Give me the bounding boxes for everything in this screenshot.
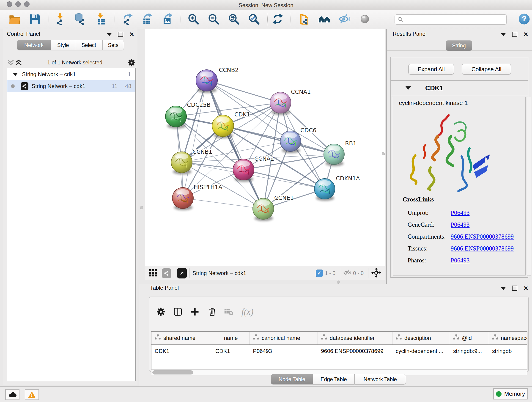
import-table-file-button[interactable]	[93, 12, 108, 27]
warnings-button[interactable]	[25, 389, 39, 400]
column-header-database-identifier[interactable]: database identifier	[318, 332, 393, 345]
select-columns-icon[interactable]	[171, 305, 184, 318]
network-node-CCNB2[interactable]	[196, 70, 217, 93]
export-table-button[interactable]	[140, 12, 155, 27]
panel-menu-icon[interactable]	[107, 33, 112, 36]
panel-close-icon[interactable]: ✕	[129, 32, 134, 36]
gear-icon[interactable]	[127, 58, 136, 67]
add-column-icon[interactable]	[188, 305, 201, 318]
tree-expand-icon[interactable]	[13, 73, 18, 76]
panel-float-icon[interactable]	[512, 32, 517, 37]
cloud-status-button[interactable]	[5, 389, 19, 400]
table-cell[interactable]: P06493	[250, 345, 318, 357]
right-splitter-handle[interactable]	[382, 152, 385, 155]
save-session-button[interactable]	[27, 12, 42, 27]
tab-style[interactable]: Style	[51, 40, 75, 51]
network-node-CCNB1[interactable]	[171, 152, 192, 174]
edge-CDK1-RB1[interactable]	[223, 126, 334, 154]
help-button[interactable]: ?	[517, 12, 532, 27]
network-node-HIST1H1A[interactable]	[172, 187, 193, 210]
network-node-CCNA1[interactable]	[270, 92, 291, 115]
panel-close-icon[interactable]: ✕	[523, 32, 528, 36]
column-header-name[interactable]: name	[212, 332, 250, 345]
search-input[interactable]	[403, 16, 504, 23]
network-node-CDC6[interactable]	[280, 131, 301, 153]
results-scrollbar[interactable]	[527, 97, 531, 275]
crosslink-link[interactable]: P06493	[451, 257, 470, 264]
import-network-file-button[interactable]	[53, 12, 67, 27]
network-home-button[interactable]	[317, 12, 331, 27]
graphics-details-button[interactable]	[357, 12, 372, 27]
tab-node-table[interactable]: Node Table	[271, 374, 313, 385]
network-row[interactable]: String Network – cdk1 11 48	[7, 80, 135, 92]
crosslink-link[interactable]: P06493	[451, 221, 470, 228]
table-cell[interactable]: CDK1	[152, 345, 212, 357]
tab-network-table[interactable]: Network Table	[355, 374, 406, 385]
protein-section-header[interactable]: CDK1	[391, 81, 528, 95]
expand-all-button[interactable]: Expand All	[408, 64, 454, 75]
export-image-button[interactable]	[160, 12, 175, 27]
export-network-button[interactable]	[120, 12, 135, 27]
pan-crosshair-icon[interactable]	[371, 268, 381, 279]
network-view-canvas[interactable]: CCNB2CCNA1CDC25BCDK1CDC6RB1CCNB1CCNA2CDK…	[145, 29, 385, 266]
network-node-RB1[interactable]	[324, 144, 344, 166]
tab-edge-table[interactable]: Edge Table	[313, 374, 355, 385]
column-header-description[interactable]: description	[393, 332, 450, 345]
scrollbar-thumb[interactable]	[152, 370, 193, 375]
refresh-view-button[interactable]	[270, 12, 285, 27]
table-settings-gear-icon[interactable]	[154, 305, 167, 318]
edge-HIST1H1A-CCNE1[interactable]	[183, 198, 263, 209]
panel-float-icon[interactable]	[118, 32, 123, 37]
panel-close-icon[interactable]: ✕	[523, 286, 528, 290]
collapse-all-icon[interactable]	[7, 59, 15, 66]
network-node-CDK1[interactable]	[212, 115, 234, 138]
network-collection-row[interactable]: String Network – cdk1 1	[7, 68, 135, 80]
network-graph[interactable]: CCNB2CCNA1CDC25BCDK1CDC6RB1CCNB1CCNA2CDK…	[145, 29, 385, 266]
open-session-button[interactable]	[7, 12, 22, 27]
table-cell[interactable]: CDK1	[212, 345, 250, 357]
tab-select[interactable]: Select	[75, 40, 102, 51]
copy-network-button[interactable]	[298, 12, 312, 27]
network-node-CDC25B[interactable]	[165, 106, 186, 128]
edge-CCNB2-HIST1H1A[interactable]	[183, 80, 207, 198]
edge-CCNB2-CCNA1[interactable]	[207, 80, 280, 103]
panel-menu-icon[interactable]	[501, 287, 506, 290]
memory-button[interactable]: Memory	[493, 388, 528, 400]
section-collapse-icon[interactable]	[405, 86, 411, 89]
expand-all-icon[interactable]	[15, 59, 22, 66]
panel-float-icon[interactable]	[512, 286, 517, 291]
crosslink-link[interactable]: 9606.ENSP00000378699	[451, 245, 514, 252]
zoom-in-button[interactable]	[186, 12, 201, 27]
grid-view-icon[interactable]	[149, 268, 158, 278]
import-network-database-button[interactable]	[73, 12, 88, 27]
left-splitter-handle[interactable]	[140, 206, 143, 209]
table-cell[interactable]: 9606.ENSP00000378699	[318, 345, 393, 357]
network-node-CCNA2[interactable]	[233, 159, 254, 182]
tab-string[interactable]: String	[446, 40, 472, 51]
table-row[interactable]: CDK1CDK1P064939606.ENSP00000378699cyclin…	[152, 345, 527, 357]
table-cell[interactable]: stringdb:9...	[450, 345, 489, 357]
column-header--id[interactable]: @id	[450, 332, 489, 345]
hide-selected-button[interactable]	[337, 12, 352, 27]
crosslink-link[interactable]: 9606.ENSP00000378699	[451, 233, 514, 240]
crosslink-link[interactable]: P06493	[451, 209, 470, 216]
column-header-shared-name[interactable]: shared name	[152, 332, 212, 345]
panel-menu-icon[interactable]	[501, 33, 506, 36]
tab-sets[interactable]: Sets	[102, 40, 124, 51]
network-node-CCNE1[interactable]	[253, 198, 274, 221]
column-header-namespace[interactable]: namespace	[489, 332, 527, 345]
zoom-out-button[interactable]	[206, 12, 221, 27]
collapse-all-button[interactable]: Collapse All	[462, 64, 511, 75]
delete-column-icon[interactable]	[206, 305, 219, 318]
bottom-splitter-handle[interactable]	[337, 281, 340, 284]
network-node-CDKN1A[interactable]	[314, 179, 335, 201]
table-cell[interactable]: stringdb	[489, 345, 527, 357]
network-view-share-icon[interactable]	[162, 268, 171, 278]
birdseye-view-icon[interactable]	[177, 268, 187, 279]
column-header-canonical-name[interactable]: canonical name	[250, 332, 318, 345]
zoom-selected-button[interactable]	[247, 12, 261, 27]
table-cell[interactable]: cyclin-dependent ...	[393, 345, 450, 357]
zoom-fit-button[interactable]	[226, 12, 241, 27]
selected-checkbox-icon[interactable]: ✓	[316, 269, 323, 277]
tab-network[interactable]: Network	[17, 40, 51, 51]
